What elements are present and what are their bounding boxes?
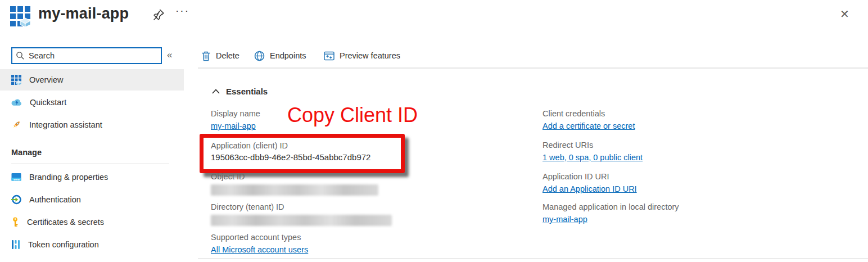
- toolbar-divider: [198, 67, 868, 69]
- field-display-name: Display name my-mail-app: [211, 109, 526, 131]
- preview-features-icon: [324, 51, 334, 61]
- field-label: Directory (tenant) ID: [211, 202, 526, 211]
- globe-icon: [254, 51, 265, 61]
- field-label: Supported account types: [211, 233, 526, 242]
- chevron-up-icon: [212, 89, 220, 94]
- client-id-value[interactable]: 195063cc-dbb9-46e2-85bd-45abbc7db972: [211, 152, 401, 162]
- sidebar-item-certificates-secrets[interactable]: Certificates & secrets: [0, 211, 184, 233]
- field-label: Managed application in local directory: [542, 202, 857, 211]
- sidebar-item-label: Token configuration: [28, 240, 99, 249]
- sidebar-search[interactable]: [11, 47, 162, 64]
- field-label: Client credentials: [542, 109, 857, 118]
- field-supported-account-types: Supported account types All Microsoft ac…: [211, 233, 526, 255]
- branding-icon: www: [11, 173, 21, 182]
- field-label: Application (client) ID: [211, 141, 401, 150]
- sidebar-item-quickstart[interactable]: Quickstart: [0, 92, 184, 113]
- field-object-id: Object ID: [211, 172, 526, 196]
- sidebar-item-branding-properties[interactable]: www Branding & properties: [0, 166, 184, 188]
- search-icon: [16, 51, 25, 60]
- overview-icon: [11, 75, 21, 85]
- trash-icon: [201, 51, 211, 61]
- authentication-icon: [11, 195, 21, 205]
- field-label: Object ID: [211, 172, 526, 181]
- app-registration-icon: [10, 6, 30, 26]
- sidebar-item-label: Quickstart: [30, 98, 66, 107]
- field-label: Redirect URIs: [542, 141, 857, 150]
- sidebar-item-label: Authentication: [29, 195, 81, 204]
- redacted-value: [211, 215, 392, 226]
- search-input[interactable]: [28, 51, 161, 61]
- field-redirect-uris: Redirect URIs 1 web, 0 spa, 0 public cli…: [542, 141, 857, 162]
- redacted-value: [211, 184, 378, 196]
- token-configuration-icon: [11, 240, 20, 250]
- sidebar-item-label: Branding & properties: [29, 173, 108, 182]
- sidebar-divider: [11, 164, 169, 164]
- field-application-id-uri: Application ID URI Add an Application ID…: [542, 172, 857, 194]
- sidebar-item-label: Overview: [29, 75, 63, 84]
- redirect-uris-link[interactable]: 1 web, 0 spa, 0 public client: [542, 153, 643, 162]
- field-label: Display name: [211, 109, 526, 118]
- sidebar-section-manage: Manage: [11, 148, 42, 157]
- field-directory-tenant-id: Directory (tenant) ID: [211, 202, 526, 226]
- essentials-title: Essentials: [226, 87, 268, 96]
- svg-text:www: www: [13, 178, 20, 181]
- add-application-id-uri-link[interactable]: Add an Application ID URI: [542, 184, 637, 193]
- more-options-icon[interactable]: ···: [175, 4, 189, 17]
- endpoints-button[interactable]: Endpoints: [254, 48, 306, 63]
- sidebar-item-token-configuration[interactable]: Token configuration: [0, 234, 184, 255]
- delete-label: Delete: [216, 51, 239, 60]
- essentials-bottom-divider: [198, 258, 868, 259]
- endpoints-label: Endpoints: [270, 51, 306, 60]
- field-managed-application: Managed application in local directory m…: [542, 202, 857, 224]
- preview-features-label: Preview features: [340, 51, 400, 60]
- managed-application-link[interactable]: my-mail-app: [542, 215, 587, 224]
- close-icon[interactable]: ✕: [840, 7, 849, 21]
- field-label: Application ID URI: [542, 172, 857, 181]
- rocket-icon: [11, 120, 21, 130]
- key-icon: [11, 217, 19, 227]
- field-client-credentials: Client credentials Add a certificate or …: [542, 109, 857, 131]
- add-certificate-or-secret-link[interactable]: Add a certificate or secret: [542, 121, 635, 130]
- preview-features-button[interactable]: Preview features: [324, 48, 400, 63]
- essentials-toggle[interactable]: Essentials: [212, 87, 268, 96]
- pin-icon[interactable]: [153, 8, 166, 22]
- delete-button[interactable]: Delete: [201, 48, 239, 63]
- sidebar-collapse-icon[interactable]: «: [167, 49, 172, 61]
- display-name-link[interactable]: my-mail-app: [211, 121, 256, 130]
- supported-account-types-link[interactable]: All Microsoft account users: [211, 245, 308, 254]
- client-id-highlight-box: Application (client) ID 195063cc-dbb9-46…: [200, 134, 405, 173]
- sidebar-item-label: Certificates & secrets: [27, 218, 104, 227]
- sidebar-item-integration-assistant[interactable]: Integration assistant: [0, 114, 184, 135]
- page-title: my-mail-app: [38, 5, 129, 22]
- sidebar-item-authentication[interactable]: Authentication: [0, 189, 184, 210]
- sidebar-item-label: Integration assistant: [29, 120, 102, 129]
- quickstart-icon: [11, 98, 22, 106]
- sidebar-item-overview[interactable]: Overview: [0, 69, 184, 91]
